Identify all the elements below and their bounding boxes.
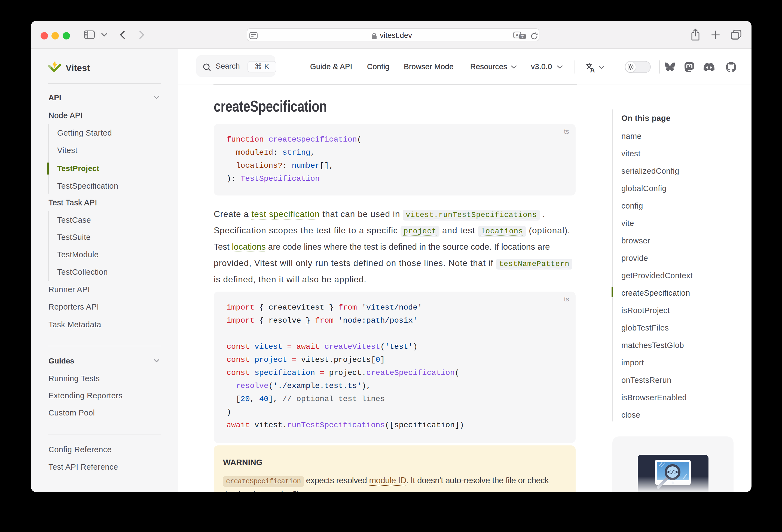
svg-text:A: A — [590, 66, 595, 73]
svg-text:A: A — [516, 33, 519, 37]
svg-text:文: 文 — [520, 34, 525, 39]
svg-text:</>: </> — [667, 469, 678, 476]
